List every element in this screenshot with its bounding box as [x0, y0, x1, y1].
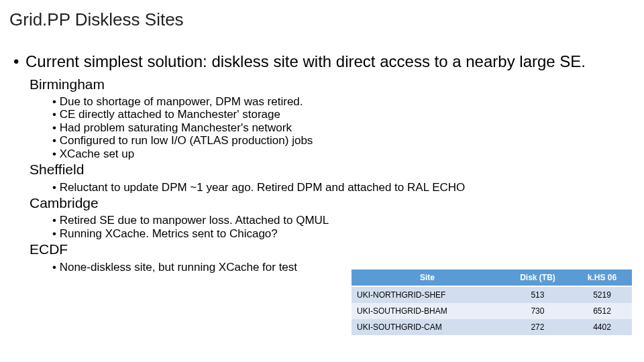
table-header-row: Site Disk (TB) k.HS 06 — [352, 269, 632, 286]
section-items-sheffield: Reluctant to update DPM ~1 year ago. Ret… — [43, 181, 631, 194]
section-heading-sheffield: Sheffield — [30, 162, 631, 178]
list-item: Retired SE due to manpower loss. Attache… — [43, 214, 631, 227]
main-bullet: •Current simplest solution: diskless sit… — [13, 52, 631, 71]
col-header-disk: Disk (TB) — [503, 269, 572, 286]
cell-hs: 4402 — [572, 319, 632, 335]
cell-disk: 272 — [503, 319, 572, 335]
list-item: Configured to run low I/O (ATLAS product… — [43, 134, 631, 147]
section-heading-cambridge: Cambridge — [30, 195, 631, 211]
cell-site: UKI-SOUTHGRID-BHAM — [352, 303, 503, 319]
list-item: Running XCache. Metrics sent to Chicago? — [43, 227, 631, 241]
table-row: UKI-SOUTHGRID-CAM 272 4402 — [352, 319, 632, 335]
bullet-dot-icon: • — [13, 52, 25, 71]
col-header-hs06: k.HS 06 — [572, 269, 632, 286]
list-item: Reluctant to update DPM ~1 year ago. Ret… — [43, 181, 631, 194]
cell-hs: 6512 — [572, 303, 632, 319]
list-item: Due to shortage of manpower, DPM was ret… — [43, 95, 631, 109]
cell-hs: 5219 — [572, 286, 632, 303]
cell-disk: 730 — [503, 303, 572, 319]
col-header-site: Site — [352, 269, 503, 286]
page-title: Grid.PP Diskless Sites — [9, 9, 184, 30]
slide-body: •Current simplest solution: diskless sit… — [13, 52, 631, 274]
cell-disk: 513 — [503, 286, 572, 303]
list-item: XCache set up — [43, 147, 631, 161]
site-table: Site Disk (TB) k.HS 06 UKI-NORTHGRID-SHE… — [352, 269, 632, 335]
cell-site: UKI-SOUTHGRID-CAM — [352, 319, 503, 335]
section-items-cambridge: Retired SE due to manpower loss. Attache… — [43, 214, 631, 240]
section-items-birmingham: Due to shortage of manpower, DPM was ret… — [43, 95, 631, 161]
list-item: CE directly attached to Manchester' stor… — [43, 108, 631, 121]
section-heading-birmingham: Birmingham — [30, 76, 631, 93]
section-heading-ecdf: ECDF — [30, 241, 631, 257]
table-row: UKI-SOUTHGRID-BHAM 730 6512 — [352, 303, 632, 319]
cell-site: UKI-NORTHGRID-SHEF — [352, 286, 503, 303]
list-item: Had problem saturating Manchester's netw… — [43, 121, 631, 135]
table-row: UKI-NORTHGRID-SHEF 513 5219 — [352, 286, 632, 303]
main-bullet-text: Current simplest solution: diskless site… — [25, 52, 586, 70]
slide: Grid.PP Diskless Sites •Current simplest… — [0, 0, 644, 362]
